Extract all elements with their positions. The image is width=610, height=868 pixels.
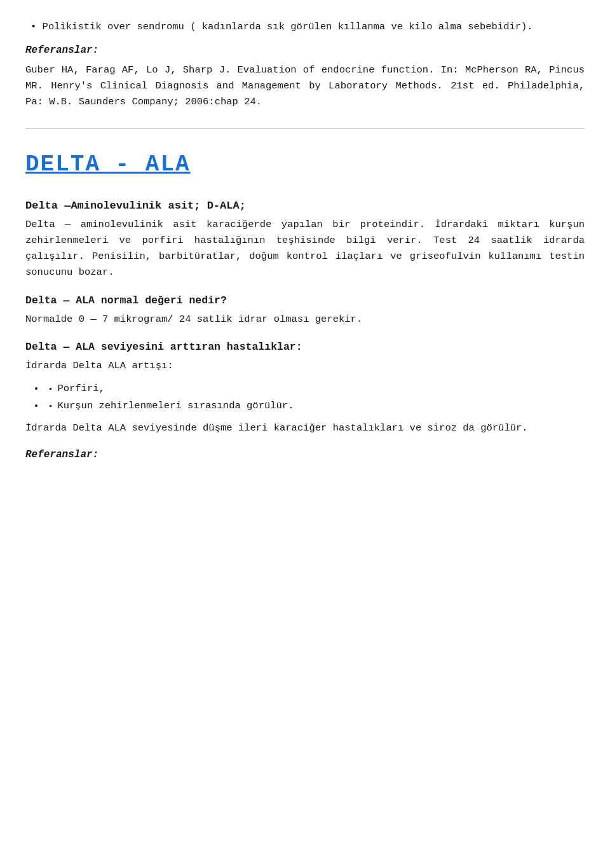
increase-heading: Delta — ALA seviyesini arttıran hastalık… — [25, 341, 585, 353]
references-label-top: Referanslar: — [25, 45, 585, 56]
references-label-bottom: Referanslar: — [25, 449, 585, 460]
list-item-porfiri: Porfiri, — [44, 380, 585, 397]
increase-subheading: İdrarda Delta ALA artışı: — [25, 358, 585, 374]
aminolevulinik-heading: Delta —Aminolevulinik asit; D-ALA; — [25, 200, 585, 212]
reference-text-top: Guber HA, Farag AF, Lo J, Sharp J. Evalu… — [25, 62, 585, 109]
delta-description-para: Delta — aminolevulinik asit karaciğerde … — [25, 217, 585, 280]
delta-ala-section: DELTA - ALA Delta —Aminolevulinik asit; … — [25, 151, 585, 460]
normal-value-heading: Delta — ALA normal değeri nedir? — [25, 294, 585, 307]
list-item-kursun: Kurşun zehirlenmeleri sırasında görülür. — [44, 397, 585, 414]
bullet-item-1: Polikistik over sendromu ( kadınlarda sı… — [25, 19, 585, 34]
normal-value-text: Normalde 0 — 7 mikrogram/ 24 satlik idra… — [25, 312, 585, 327]
top-section: Polikistik over sendromu ( kadınlarda sı… — [25, 19, 585, 109]
decrease-text: İdrarda Delta ALA seviyesinde düşme iler… — [25, 420, 585, 436]
section-divider — [25, 128, 585, 129]
increase-list: Porfiri, Kurşun zehirlenmeleri sırasında… — [44, 380, 585, 414]
delta-ala-title: DELTA - ALA — [25, 151, 585, 177]
